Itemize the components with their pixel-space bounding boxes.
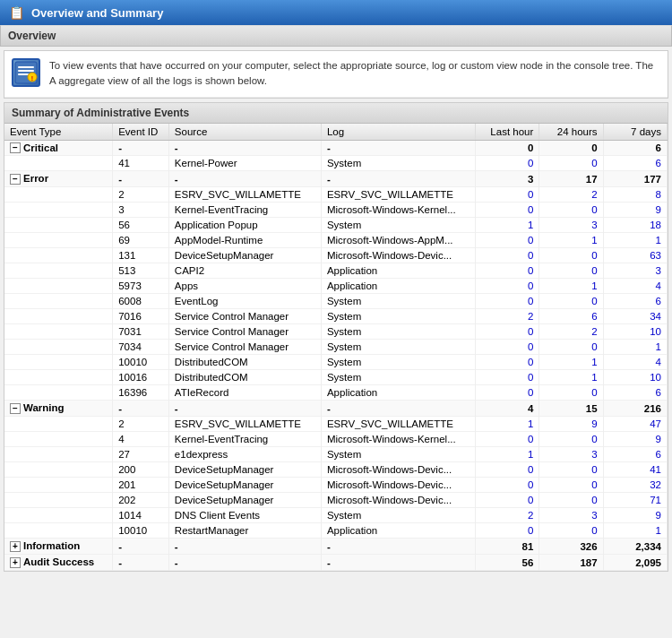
row-7d: 10 — [603, 370, 667, 385]
row-id: 56 — [113, 218, 169, 233]
col-header-7d: 7 days — [603, 124, 667, 141]
row-24h: 0 — [539, 294, 603, 309]
expand-icon[interactable]: − — [10, 174, 21, 185]
row-7d: 71 — [603, 493, 667, 508]
row-id: 41 — [113, 156, 169, 171]
row-source: EventLog — [168, 294, 321, 309]
row-24h: 0 — [539, 523, 603, 539]
row-7d: 63 — [603, 248, 667, 263]
category-id: - — [113, 140, 169, 156]
category-log: - — [321, 401, 475, 417]
row-7d: 6 — [603, 156, 667, 171]
svg-rect-2 — [18, 70, 34, 72]
row-log: ESRV_SVC_WILLAMETTE — [321, 417, 475, 432]
category-log: - — [321, 140, 475, 156]
table-row[interactable]: 202 DeviceSetupManager Microsoft-Windows… — [4, 493, 668, 508]
row-source: ESRV_SVC_WILLAMETTE — [168, 187, 321, 203]
table-row[interactable]: 10010 DistributedCOM System 0 1 4 — [4, 355, 668, 370]
row-log: System — [321, 447, 475, 462]
row-24h: 0 — [539, 203, 603, 218]
table-row[interactable]: 2 ESRV_SVC_WILLAMETTE ESRV_SVC_WILLAMETT… — [4, 187, 668, 203]
table-row[interactable]: 1014 DNS Client Events System 2 3 9 — [4, 508, 668, 523]
category-row[interactable]: −Critical - - - 0 0 6 — [4, 140, 668, 156]
table-row[interactable]: 10010 RestartManager Application 0 0 1 — [4, 523, 668, 539]
row-7d: 9 — [603, 508, 667, 523]
row-7d: 10 — [603, 324, 667, 340]
category-row[interactable]: +Information - - - 81 326 2,334 — [4, 539, 668, 555]
table-row[interactable]: 41 Kernel-Power System 0 0 6 — [4, 156, 668, 171]
summary-header: Summary of Administrative Events — [4, 103, 668, 124]
table-row[interactable]: 3 Kernel-EventTracing Microsoft-Windows-… — [4, 203, 668, 218]
expand-icon[interactable]: + — [10, 541, 21, 552]
row-source: Application Popup — [168, 218, 321, 233]
col-header-id: Event ID — [113, 124, 169, 141]
row-type — [4, 462, 113, 478]
row-id: 2 — [113, 187, 169, 203]
row-lasthour: 0 — [475, 248, 538, 263]
row-type — [4, 309, 113, 324]
title-text: Overview and Summary — [31, 6, 163, 20]
row-7d: 1 — [603, 340, 667, 355]
row-lasthour: 0 — [475, 294, 538, 309]
row-lasthour: 2 — [475, 508, 538, 523]
category-row[interactable]: +Audit Success - - - 56 187 2,095 — [4, 555, 668, 571]
table-row[interactable]: 201 DeviceSetupManager Microsoft-Windows… — [4, 478, 668, 493]
row-lasthour: 0 — [475, 233, 538, 248]
table-row[interactable]: 27 e1dexpress System 1 3 6 — [4, 447, 668, 462]
table-row[interactable]: 7031 Service Control Manager System 0 2 … — [4, 324, 668, 340]
expand-icon[interactable]: − — [10, 403, 21, 414]
overview-text: To view events that have occurred on you… — [49, 58, 660, 90]
row-type — [4, 340, 113, 355]
row-24h: 2 — [539, 324, 603, 340]
row-7d: 1 — [603, 523, 667, 539]
row-7d: 3 — [603, 263, 667, 279]
row-lasthour: 0 — [475, 355, 538, 370]
expand-icon[interactable]: + — [10, 557, 21, 568]
row-24h: 1 — [539, 370, 603, 385]
category-lasthour: 4 — [475, 401, 538, 417]
row-log: System — [321, 218, 475, 233]
category-id: - — [113, 555, 169, 571]
table-row[interactable]: 7016 Service Control Manager System 2 6 … — [4, 309, 668, 324]
row-7d: 34 — [603, 309, 667, 324]
table-row[interactable]: 513 CAPI2 Application 0 0 3 — [4, 263, 668, 279]
category-row[interactable]: −Error - - - 3 17 177 — [4, 171, 668, 187]
row-type — [4, 156, 113, 171]
row-7d: 6 — [603, 447, 667, 462]
row-id: 27 — [113, 447, 169, 462]
row-source: DNS Client Events — [168, 508, 321, 523]
category-7d: 2,095 — [603, 555, 667, 571]
category-source: - — [168, 539, 321, 555]
category-name: +Audit Success — [4, 555, 113, 571]
svg-rect-1 — [18, 66, 34, 68]
table-row[interactable]: 56 Application Popup System 1 3 18 — [4, 218, 668, 233]
row-lasthour: 1 — [475, 417, 538, 432]
table-row[interactable]: 10016 DistributedCOM System 0 1 10 — [4, 370, 668, 385]
row-source: Service Control Manager — [168, 340, 321, 355]
row-24h: 0 — [539, 385, 603, 401]
overview-section-header: Overview — [0, 25, 672, 47]
table-row[interactable]: 16396 ATIeRecord Application 0 0 6 — [4, 385, 668, 401]
table-row[interactable]: 5973 Apps Application 0 1 4 — [4, 279, 668, 294]
row-24h: 0 — [539, 340, 603, 355]
table-row[interactable]: 6008 EventLog System 0 0 6 — [4, 294, 668, 309]
table-row[interactable]: 131 DeviceSetupManager Microsoft-Windows… — [4, 248, 668, 263]
table-row[interactable]: 7034 Service Control Manager System 0 0 … — [4, 340, 668, 355]
row-7d: 9 — [603, 203, 667, 218]
svg-text:!: ! — [31, 75, 33, 82]
category-lasthour: 3 — [475, 171, 538, 187]
row-type — [4, 508, 113, 523]
category-24h: 326 — [539, 539, 603, 555]
row-type — [4, 248, 113, 263]
category-row[interactable]: −Warning - - - 4 15 216 — [4, 401, 668, 417]
row-id: 3 — [113, 203, 169, 218]
table-row[interactable]: 69 AppModel-Runtime Microsoft-Windows-Ap… — [4, 233, 668, 248]
row-source: RestartManager — [168, 523, 321, 539]
category-24h: 0 — [539, 140, 603, 156]
table-row[interactable]: 2 ESRV_SVC_WILLAMETTE ESRV_SVC_WILLAMETT… — [4, 417, 668, 432]
expand-icon[interactable]: − — [10, 142, 21, 153]
table-row[interactable]: 4 Kernel-EventTracing Microsoft-Windows-… — [4, 432, 668, 447]
table-row[interactable]: 200 DeviceSetupManager Microsoft-Windows… — [4, 462, 668, 478]
row-lasthour: 0 — [475, 203, 538, 218]
row-source: Service Control Manager — [168, 309, 321, 324]
